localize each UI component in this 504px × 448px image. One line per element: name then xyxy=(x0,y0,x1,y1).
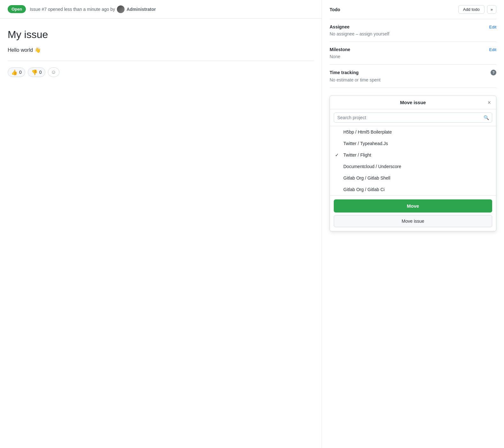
time-tracking-label: Time tracking xyxy=(330,70,359,75)
avatar xyxy=(117,5,125,13)
issue-title: My issue xyxy=(8,29,314,41)
project-item[interactable]: Twitter / Typeahead.Js xyxy=(330,138,496,149)
time-tracking-section: Time tracking ? No estimate or time spen… xyxy=(330,65,496,88)
time-tracking-row: Time tracking ? xyxy=(330,70,496,75)
popup-title: Move issue xyxy=(400,100,426,105)
project-item[interactable]: Gitlab Org / Gitlab Ci xyxy=(330,184,496,195)
popup-search-area: 🔍 xyxy=(330,109,496,126)
time-tracking-value: No estimate or time spent xyxy=(330,77,381,82)
project-item[interactable]: Documentcloud / Underscore xyxy=(330,161,496,172)
milestone-edit-button[interactable]: Edit xyxy=(489,47,496,52)
project-item[interactable]: Gitlab Org / Gitlab Shell xyxy=(330,172,496,184)
content-divider xyxy=(8,61,314,61)
popup-close-button[interactable]: × xyxy=(487,100,491,105)
check-mark-icon: ✓ xyxy=(335,152,340,158)
right-panel: Todo Add todo » Assignee Edit No assigne… xyxy=(322,0,504,448)
assignee-edit-button[interactable]: Edit xyxy=(489,25,496,29)
add-todo-button[interactable]: Add todo xyxy=(458,5,485,14)
project-name: Gitlab Org / Gitlab Ci xyxy=(343,187,491,192)
move-issue-popup: Move issue × 🔍 H5bp / Html5 BoilerplateT… xyxy=(330,96,496,231)
search-icon: 🔍 xyxy=(484,115,489,120)
open-badge: Open xyxy=(8,5,26,13)
reactions-bar: 👍 0 👎 0 ☺ xyxy=(8,67,314,77)
thumbs-down-count: 0 xyxy=(39,70,42,75)
thumbs-up-reaction[interactable]: 👍 0 xyxy=(8,67,25,77)
issue-meta-text: Issue #7 opened less than a minute ago b… xyxy=(30,7,115,12)
project-name: Documentcloud / Underscore xyxy=(343,164,491,169)
thumbs-up-emoji: 👍 xyxy=(11,69,18,75)
todo-section: Todo Add todo » xyxy=(330,5,496,19)
milestone-value: None xyxy=(330,54,340,59)
project-name: Twitter / Flight xyxy=(343,152,491,158)
project-name: Twitter / Typeahead.Js xyxy=(343,141,491,146)
project-name: H5bp / Html5 Boilerplate xyxy=(343,129,491,135)
milestone-label: Milestone xyxy=(330,47,350,52)
assignee-row: Assignee Edit xyxy=(330,24,496,29)
project-item[interactable]: H5bp / Html5 Boilerplate xyxy=(330,126,496,138)
smiley-icon: ☺ xyxy=(51,69,56,75)
project-item[interactable]: ✓Twitter / Flight xyxy=(330,149,496,161)
time-tracking-help-icon[interactable]: ? xyxy=(491,70,496,75)
thumbs-up-count: 0 xyxy=(19,70,22,75)
todo-actions: Add todo » xyxy=(458,5,496,14)
milestone-section: Milestone Edit None xyxy=(330,42,496,65)
author-name: Administrator xyxy=(126,7,156,12)
project-name: Gitlab Org / Gitlab Shell xyxy=(343,175,491,181)
project-list: H5bp / Html5 BoilerplateTwitter / Typeah… xyxy=(330,126,496,196)
thumbs-down-emoji: 👎 xyxy=(31,69,38,75)
todo-label: Todo xyxy=(330,7,340,12)
assignee-label: Assignee xyxy=(330,24,349,29)
popup-header: Move issue × xyxy=(330,96,496,109)
milestone-row: Milestone Edit xyxy=(330,47,496,52)
chevron-button[interactable]: » xyxy=(487,5,496,14)
move-button[interactable]: Move xyxy=(334,199,492,212)
issue-header: Open Issue #7 opened less than a minute … xyxy=(0,0,322,19)
issue-meta: Issue #7 opened less than a minute ago b… xyxy=(30,5,156,13)
popup-actions: Move Move issue xyxy=(330,196,496,231)
thumbs-down-reaction[interactable]: 👎 0 xyxy=(28,67,45,77)
move-issue-button[interactable]: Move issue xyxy=(334,215,492,227)
search-project-input[interactable] xyxy=(334,112,492,123)
assignee-value: No assignee – assign yourself xyxy=(330,31,389,36)
left-panel: Open Issue #7 opened less than a minute … xyxy=(0,0,322,448)
add-reaction-button[interactable]: ☺ xyxy=(48,67,59,77)
issue-content: My issue Hello world 👋 👍 0 👎 0 ☺ xyxy=(0,19,322,87)
issue-body: Hello world 👋 xyxy=(8,47,314,53)
assignee-section: Assignee Edit No assignee – assign yours… xyxy=(330,19,496,42)
